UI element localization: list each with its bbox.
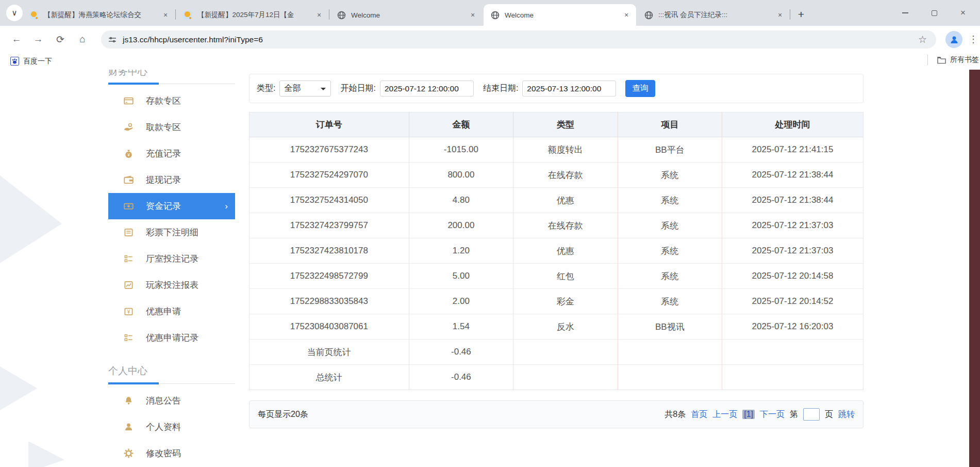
reload-icon: ⟳ (56, 34, 64, 45)
prev-page-link[interactable]: 上一页 (712, 409, 737, 420)
summary-row-current-page: 当前页统计 -0.46 (250, 340, 863, 365)
all-bookmarks-button[interactable]: 所有书签 (927, 55, 980, 65)
tab-search-button[interactable]: ∨ (6, 5, 23, 21)
tab-title: Welcome (505, 11, 619, 19)
deposit-card-icon (124, 96, 134, 106)
tab-welcome-2-active[interactable]: Welcome × (484, 4, 636, 26)
sidebar-item-promo-apply-records[interactable]: 优惠申请记录 (108, 325, 235, 351)
cell-type: 优惠 (513, 238, 618, 264)
cell-time: 2025-07-12 21:38:44 (722, 188, 863, 213)
globe-favicon-icon (644, 11, 653, 20)
tab-forum-2[interactable]: 【新提醒】2025年7月12日【金 × (176, 4, 329, 26)
cell-time: 2025-07-12 21:37:03 (722, 213, 863, 238)
end-date-input[interactable] (522, 80, 616, 96)
minimize-icon (902, 12, 908, 13)
tab-forum-1[interactable]: 【新提醒】海燕策略论坛综合交 × (23, 4, 175, 26)
empty-cell (618, 365, 722, 390)
section-title: 个人中心 (108, 364, 235, 378)
tab-close-icon[interactable]: × (314, 10, 324, 20)
window-close-button[interactable]: × (956, 6, 970, 20)
profile-avatar[interactable] (945, 31, 962, 48)
next-page-link[interactable]: 下一页 (760, 409, 785, 420)
sidebar-item-label: 充值记录 (146, 148, 181, 159)
list-icon (124, 333, 134, 343)
sidebar-item-label: 厅室投注记录 (146, 253, 198, 265)
document-icon (124, 228, 134, 237)
section-underline (108, 82, 235, 85)
sidebar-item-player-bet-report[interactable]: 玩家投注报表 (108, 272, 235, 298)
cell-type: 在线存款 (513, 213, 618, 238)
sidebar-item-promo-apply[interactable]: ¥ 优惠申请 (108, 298, 235, 325)
summary-label: 当前页统计 (250, 340, 409, 365)
cell-time: 2025-07-12 21:38:44 (722, 163, 863, 188)
decorative-triangle (0, 175, 62, 263)
start-date-input[interactable] (380, 80, 474, 96)
sidebar-item-messages[interactable]: 消息公告 (108, 388, 235, 414)
filter-bar: 类型: 全部 开始日期: 结束日期: 查询 (249, 74, 863, 103)
search-button[interactable]: 查询 (625, 80, 655, 97)
cell-type: 反水 (513, 314, 618, 340)
tab-close-icon[interactable]: × (622, 10, 631, 20)
cell-order-id: 1752298833035843 (250, 289, 409, 314)
cell-project: 系统 (618, 238, 722, 264)
table-row: 1752308403087061 1.54 反水 BB视讯 2025-07-12… (250, 314, 863, 340)
address-bar[interactable]: js13.cc/hhcp/usercenter.html?iniType=6 ☆ (101, 30, 936, 49)
moneybag-icon: ¥ (124, 149, 134, 158)
sidebar-item-withdrawal-records[interactable]: 提现记录 (108, 167, 235, 193)
sidebar-item-deposit-zone[interactable]: 存款专区 (108, 88, 235, 114)
tab-video-records[interactable]: :::视讯 会员下注纪录::: × (637, 4, 790, 26)
back-button[interactable]: ← (7, 30, 26, 49)
first-page-link[interactable]: 首页 (691, 409, 707, 420)
tab-close-icon[interactable]: × (161, 10, 170, 20)
sidebar-section-finance: 财务中心 (108, 70, 235, 82)
tab-close-icon[interactable]: × (775, 10, 785, 20)
type-label: 类型: (257, 83, 275, 94)
window-maximize-button[interactable] (927, 6, 941, 20)
table-row: 1752322498572799 5.00 红包 系统 2025-07-12 2… (250, 264, 863, 289)
cell-project: 系统 (618, 264, 722, 289)
page-label-pre: 第 (790, 409, 798, 420)
person-icon (124, 422, 134, 432)
total-count-text: 共8条 (665, 409, 686, 420)
forward-button[interactable]: → (29, 30, 47, 49)
tab-welcome-1[interactable]: Welcome × (330, 4, 483, 26)
tab-close-icon[interactable]: × (468, 10, 477, 20)
cell-amount: 800.00 (409, 163, 513, 188)
sidebar-item-profile[interactable]: 个人资料 (108, 414, 235, 440)
bookmark-label: 百度一下 (23, 57, 52, 66)
section-title: 财务中心 (108, 70, 235, 78)
table-row: 1752327524314050 4.80 优惠 系统 2025-07-12 2… (250, 188, 863, 213)
sidebar-item-withdraw-zone[interactable]: 取款专区 (108, 114, 235, 140)
cell-time: 2025-07-12 21:41:15 (722, 137, 863, 163)
table-row: 1752327423810178 1.20 优惠 系统 2025-07-12 2… (250, 238, 863, 264)
sidebar-item-lottery-bet-details[interactable]: 彩票下注明细 (108, 219, 235, 246)
browser-menu-button[interactable]: ⋮ (968, 30, 978, 49)
sidebar-item-change-password[interactable]: 修改密码 (108, 440, 235, 466)
sidebar-item-fund-records[interactable]: 资金记录 › (108, 193, 235, 219)
new-tab-button[interactable]: + (794, 7, 808, 22)
reload-button[interactable]: ⟳ (51, 30, 70, 49)
bookmark-star-icon[interactable]: ☆ (918, 34, 927, 45)
page-size-text: 每页显示20条 (258, 409, 308, 420)
gift-icon: ¥ (124, 307, 134, 316)
cell-amount: 1.20 (409, 238, 513, 264)
sidebar-item-hall-bet-records[interactable]: 厅室投注记录 (108, 246, 235, 272)
sidebar-item-label: 资金记录 (146, 200, 181, 212)
bookmark-baidu[interactable]: 百度一下 (10, 57, 52, 66)
window-controls: × (899, 0, 976, 26)
type-select[interactable]: 全部 (279, 80, 331, 96)
jump-link[interactable]: 跳转 (838, 409, 855, 420)
sidebar-item-label: 存款专区 (146, 95, 181, 107)
cell-type: 彩金 (513, 289, 618, 314)
tab-separator (790, 9, 790, 20)
window-minimize-button[interactable] (899, 6, 912, 20)
folder-icon (937, 56, 946, 64)
home-button[interactable]: ⌂ (73, 30, 92, 49)
bookmarks-bar: 百度一下 所有书签 (0, 53, 980, 70)
pagination-bar: 每页显示20条 共8条 首页 上一页 [1] 下一页 第 页 跳转 (249, 400, 863, 428)
forward-icon: → (34, 34, 43, 45)
cell-type: 优惠 (513, 188, 618, 213)
sidebar-item-recharge-records[interactable]: ¥ 充值记录 (108, 140, 235, 167)
page-jump-input[interactable] (803, 408, 820, 421)
cell-order-id: 1752327524314050 (250, 188, 409, 213)
